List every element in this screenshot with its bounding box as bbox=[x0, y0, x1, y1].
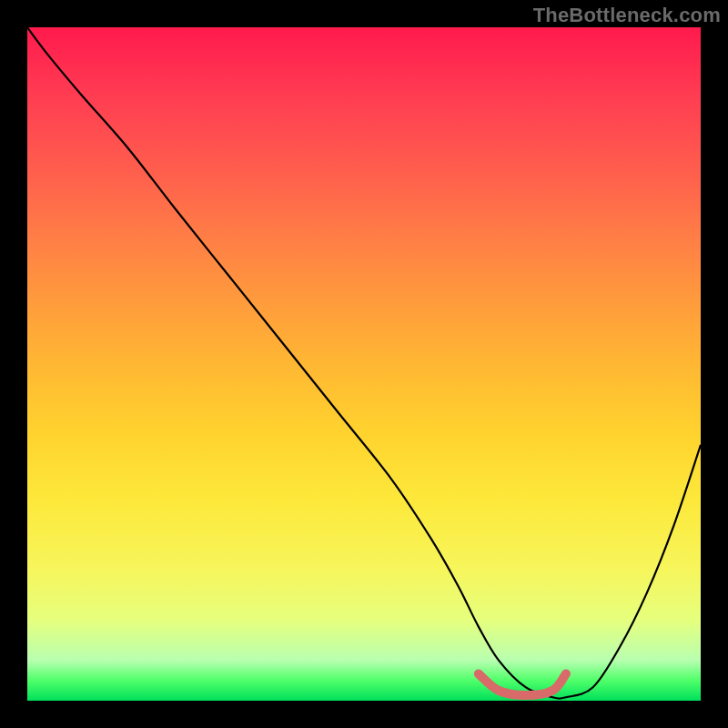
curve-layer bbox=[27, 27, 701, 701]
watermark-text: TheBottleneck.com bbox=[533, 4, 721, 27]
chart-container: TheBottleneck.com bbox=[0, 0, 728, 728]
bottleneck-curve bbox=[27, 27, 701, 699]
plot-area bbox=[27, 27, 701, 701]
